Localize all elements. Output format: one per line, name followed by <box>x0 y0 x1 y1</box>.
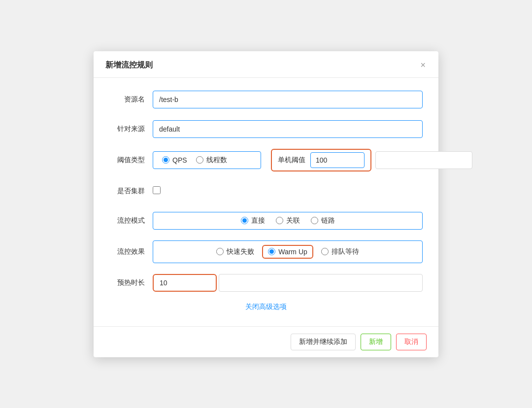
thread-radio-option[interactable]: 线程数 <box>196 156 227 165</box>
resource-control <box>153 91 423 108</box>
threshold-extra-input[interactable] <box>375 151 472 169</box>
effect-queue-option[interactable]: 排队等待 <box>321 247 359 256</box>
dialog: 新增流控规则 × 资源名 针对来源 阈值类型 <box>94 51 438 357</box>
mode-direct-option[interactable]: 直接 <box>241 216 265 225</box>
flow-effect-label: 流控效果 <box>109 247 145 256</box>
mode-assoc-radio[interactable] <box>276 217 283 224</box>
source-row: 针对来源 <box>109 119 423 139</box>
dialog-title: 新增流控规则 <box>105 60 153 70</box>
threshold-type-label: 阈值类型 <box>109 156 145 165</box>
source-input[interactable] <box>153 120 423 138</box>
preheat-rest-input[interactable] <box>219 274 423 292</box>
mode-direct-label: 直接 <box>251 216 265 225</box>
cluster-checkbox[interactable] <box>153 186 161 194</box>
mode-assoc-label: 关联 <box>286 216 300 225</box>
mode-chain-radio[interactable] <box>311 217 318 224</box>
thread-label: 线程数 <box>206 156 227 165</box>
flow-effect-row: 流控效果 快速失败 Warm Up <box>109 240 423 263</box>
add-continue-button[interactable]: 新增并继续添加 <box>291 334 356 350</box>
threshold-type-group: QPS 线程数 <box>153 151 261 169</box>
source-control <box>153 120 423 138</box>
close-button[interactable]: × <box>419 61 427 69</box>
preheat-highlight-box <box>153 274 217 292</box>
mode-chain-option[interactable]: 链路 <box>311 216 335 225</box>
cluster-row: 是否集群 <box>109 181 423 201</box>
resource-input[interactable] <box>153 91 423 108</box>
dialog-footer: 新增并继续添加 新增 取消 <box>94 326 438 357</box>
threshold-type-row: 阈值类型 QPS 线程数 单机阈值 <box>109 149 423 171</box>
preheat-label: 预热时长 <box>109 278 145 287</box>
flow-mode-row: 流控模式 直接 关联 链路 <box>109 211 423 231</box>
flow-mode-label: 流控模式 <box>109 216 145 225</box>
mode-direct-radio[interactable] <box>241 217 248 224</box>
flow-effect-group: 快速失败 Warm Up 排队等待 <box>153 240 423 263</box>
effect-warmup-radio[interactable] <box>268 248 275 255</box>
cluster-control <box>153 186 423 196</box>
warmup-highlight-box: Warm Up <box>262 245 313 259</box>
advanced-toggle-link[interactable]: 关闭高级选项 <box>245 303 287 310</box>
mode-assoc-option[interactable]: 关联 <box>276 216 300 225</box>
preheat-row: 预热时长 <box>109 273 423 293</box>
dialog-body: 资源名 针对来源 阈值类型 QPS <box>94 78 438 321</box>
cluster-label: 是否集群 <box>109 187 145 196</box>
qps-radio-option[interactable]: QPS <box>162 156 187 164</box>
qps-radio[interactable] <box>162 156 169 164</box>
advanced-toggle-row: 关闭高级选项 <box>109 303 423 311</box>
effect-fast-fail-option[interactable]: 快速失败 <box>216 247 254 256</box>
effect-warmup-option[interactable]: Warm Up <box>268 248 307 256</box>
single-threshold-input[interactable] <box>310 152 365 168</box>
single-threshold-label: 单机阈值 <box>278 156 305 165</box>
add-button[interactable]: 新增 <box>361 334 391 350</box>
resource-row: 资源名 <box>109 90 423 109</box>
qps-label: QPS <box>172 156 187 164</box>
cancel-button[interactable]: 取消 <box>396 334 427 350</box>
flow-effect-control: 快速失败 Warm Up 排队等待 <box>153 240 423 263</box>
preheat-input[interactable] <box>154 275 216 291</box>
effect-fast-fail-radio[interactable] <box>216 248 224 255</box>
flow-mode-group: 直接 关联 链路 <box>153 212 423 230</box>
source-label: 针对来源 <box>109 125 145 134</box>
mode-chain-label: 链路 <box>321 216 335 225</box>
effect-queue-label: 排队等待 <box>332 247 359 256</box>
thread-radio[interactable] <box>196 156 203 164</box>
flow-mode-control: 直接 关联 链路 <box>153 212 423 230</box>
resource-label: 资源名 <box>109 95 145 104</box>
effect-fast-fail-label: 快速失败 <box>227 247 254 256</box>
effect-queue-radio[interactable] <box>321 248 329 255</box>
dialog-header: 新增流控规则 × <box>94 51 438 78</box>
preheat-control <box>153 274 423 292</box>
single-threshold-group: 单机阈值 <box>271 149 371 171</box>
effect-warmup-label: Warm Up <box>278 248 307 256</box>
